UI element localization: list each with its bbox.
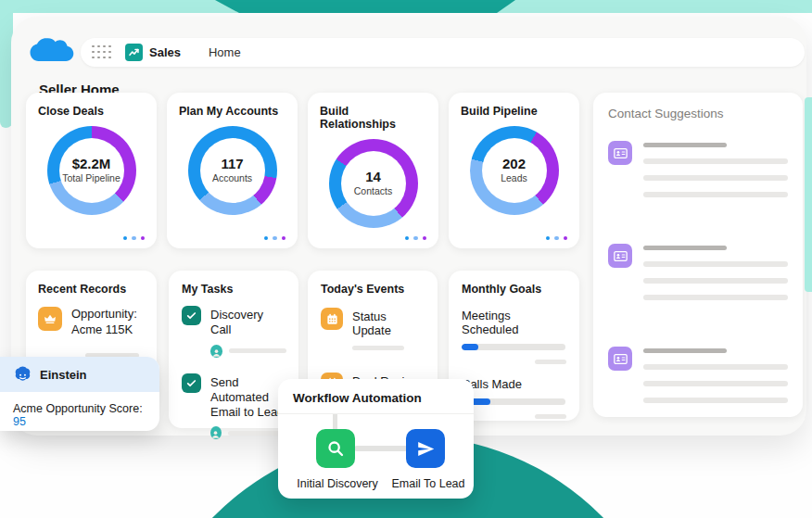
record-name: Acme 115K	[71, 322, 137, 338]
card-title: Recent Records	[38, 283, 145, 296]
contact-card-icon	[608, 141, 632, 165]
donut-value: $2.2M	[72, 157, 111, 172]
placeholder-line	[643, 364, 788, 370]
assignee-avatar	[210, 345, 222, 358]
opportunity-crown-icon	[38, 307, 62, 331]
card-close-deals[interactable]: Close Deals $2.2M Total Pipeline	[26, 93, 157, 248]
task-label[interactable]: Discovery Call	[210, 306, 286, 338]
send-icon[interactable]	[406, 429, 445, 468]
goal-label: Calls Made	[462, 377, 566, 391]
assignee-avatar	[210, 426, 222, 439]
search-icon[interactable]	[316, 429, 355, 468]
placeholder-line	[643, 261, 788, 267]
event-item[interactable]: Status Update	[321, 308, 425, 350]
donut-label: Accounts	[212, 172, 252, 184]
einstein-score-value: 95	[13, 415, 26, 428]
task-checkbox-checked[interactable]	[182, 306, 201, 325]
progress-fill	[462, 344, 478, 350]
contact-card-icon	[608, 347, 632, 371]
card-title: Monthly Goals	[462, 283, 566, 296]
placeholder-line	[535, 414, 566, 419]
workflow-popup-title: Workflow Automation	[293, 391, 422, 405]
progress-bar	[462, 398, 565, 405]
background-mint-right-strip	[805, 97, 812, 292]
tab-home[interactable]: Home	[209, 45, 241, 59]
placeholder-line	[643, 348, 727, 353]
card-title: My Tasks	[182, 283, 286, 296]
placeholder-line	[643, 278, 788, 284]
goal-item: Meetings Scheduled	[462, 309, 566, 364]
card-title: Today's Events	[321, 283, 425, 296]
donut-value: 202	[502, 157, 526, 172]
contact-suggestion-item[interactable]	[608, 141, 788, 197]
carousel-dots[interactable]	[405, 236, 427, 241]
task-label[interactable]: Send Automated Email to Lead	[210, 373, 286, 421]
app-launcher-icon[interactable]	[92, 45, 112, 60]
placeholder-line	[643, 381, 788, 386]
workflow-automation-popup: Workflow Automation Initial Discovery Em…	[278, 379, 474, 499]
workflow-connector-horizontal	[354, 446, 408, 451]
recent-record-item[interactable]: Opportunity: Acme 115K	[38, 307, 145, 338]
donut-label: Leads	[501, 172, 527, 184]
donut-label: Contacts	[354, 185, 392, 197]
card-build-relationships[interactable]: Build Relationships 14 Contacts	[308, 93, 438, 248]
goal-label: Meetings Scheduled	[462, 309, 566, 336]
placeholder-line	[643, 295, 788, 300]
card-title: Close Deals	[38, 105, 145, 118]
contact-suggestion-item[interactable]	[608, 347, 788, 403]
event-label: Status Update	[352, 308, 425, 337]
einstein-popup-title: Einstein	[40, 368, 87, 382]
record-type: Opportunity:	[71, 307, 137, 322]
einstein-score-label: Acme Opportunity Score:	[13, 402, 143, 415]
sales-app-icon	[125, 44, 143, 61]
placeholder-line	[352, 346, 404, 350]
divider	[278, 413, 474, 414]
carousel-dots[interactable]	[546, 236, 568, 241]
donut-chart: 117 Accounts	[188, 126, 277, 215]
card-title: Contact Suggestions	[608, 107, 788, 120]
placeholder-line	[643, 246, 727, 250]
card-title: Build Pipeline	[461, 105, 567, 118]
placeholder-line	[643, 158, 788, 164]
placeholder-line	[643, 398, 788, 403]
placeholder-line	[535, 360, 566, 364]
workflow-step-label: Email To Lead	[388, 477, 468, 490]
workflow-step-label: Initial Discovery	[290, 477, 385, 490]
app-name[interactable]: Sales	[149, 45, 181, 59]
goal-item: Calls Made	[462, 377, 566, 419]
donut-chart: $2.2M Total Pipeline	[47, 126, 136, 215]
placeholder-line	[643, 175, 788, 181]
task-item: Send Automated Email to Lead	[182, 373, 286, 440]
top-navigation-bar: Sales Home	[81, 38, 805, 67]
donut-label: Total Pipeline	[62, 172, 120, 184]
contact-card-icon	[608, 244, 632, 268]
einstein-popup: Einstein Acme Opportunity Score: 95	[0, 357, 159, 431]
card-build-pipeline[interactable]: Build Pipeline 202 Leads	[449, 93, 579, 248]
contact-suggestion-item[interactable]	[608, 244, 788, 300]
donut-value: 14	[365, 170, 381, 185]
placeholder-line	[229, 348, 286, 353]
einstein-icon	[13, 365, 32, 385]
carousel-dots[interactable]	[123, 236, 146, 241]
card-title: Build Relationships	[320, 105, 426, 131]
card-plan-my-accounts[interactable]: Plan My Accounts 117 Accounts	[167, 93, 298, 248]
donut-value: 117	[221, 157, 243, 172]
task-item: Discovery Call	[182, 306, 286, 358]
card-title: Plan My Accounts	[179, 105, 285, 118]
placeholder-line	[643, 143, 727, 147]
calendar-icon	[321, 308, 343, 330]
task-checkbox-checked[interactable]	[182, 373, 201, 393]
donut-chart: 202 Leads	[470, 126, 559, 215]
placeholder-line	[643, 192, 788, 197]
progress-bar	[462, 344, 565, 350]
salesforce-logo-icon	[30, 35, 74, 67]
donut-chart: 14 Contacts	[329, 139, 418, 228]
carousel-dots[interactable]	[264, 236, 286, 241]
card-contact-suggestions: Contact Suggestions	[593, 93, 803, 417]
